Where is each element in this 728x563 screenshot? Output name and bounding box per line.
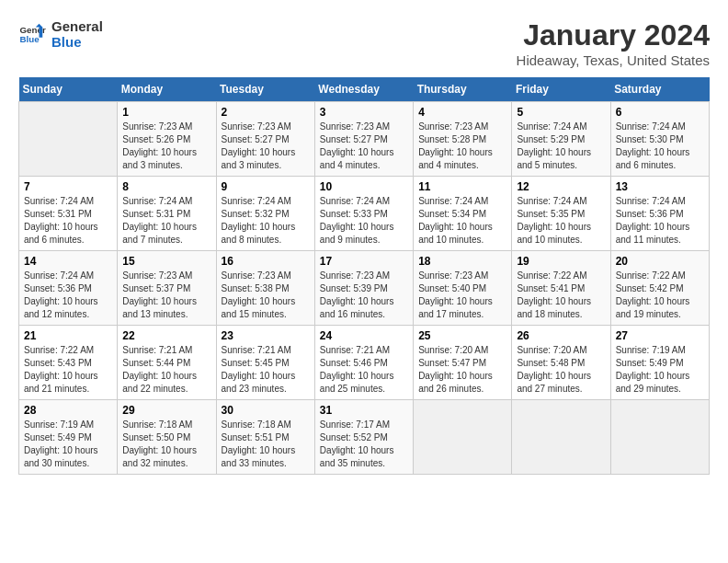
calendar-header-row: SundayMondayTuesdayWednesdayThursdayFrid… [19, 77, 710, 102]
day-number: 17 [320, 255, 408, 268]
day-number: 23 [222, 329, 310, 342]
week-row-2: 7Sunrise: 7:24 AMSunset: 5:31 PMDaylight… [19, 177, 710, 251]
day-info: Sunrise: 7:24 AMSunset: 5:34 PMDaylight:… [418, 195, 506, 247]
day-number: 24 [320, 329, 408, 342]
day-number: 19 [517, 255, 605, 268]
day-info: Sunrise: 7:22 AMSunset: 5:43 PMDaylight:… [24, 344, 112, 396]
day-number: 30 [222, 404, 310, 417]
calendar-cell: 28Sunrise: 7:19 AMSunset: 5:49 PMDayligh… [19, 400, 118, 475]
day-number: 27 [616, 329, 704, 342]
column-header-tuesday: Tuesday [216, 77, 314, 102]
day-info: Sunrise: 7:18 AMSunset: 5:51 PMDaylight:… [222, 419, 310, 470]
day-info: Sunrise: 7:18 AMSunset: 5:50 PMDaylight:… [122, 419, 210, 470]
day-number: 11 [418, 180, 506, 193]
day-info: Sunrise: 7:17 AMSunset: 5:52 PMDaylight:… [320, 419, 408, 470]
day-info: Sunrise: 7:23 AMSunset: 5:28 PMDaylight:… [418, 121, 506, 172]
day-number: 29 [122, 404, 210, 417]
calendar-cell: 21Sunrise: 7:22 AMSunset: 5:43 PMDayligh… [19, 326, 118, 400]
day-info: Sunrise: 7:24 AMSunset: 5:32 PMDaylight:… [222, 195, 310, 247]
day-info: Sunrise: 7:24 AMSunset: 5:29 PMDaylight:… [517, 121, 605, 172]
calendar-cell: 15Sunrise: 7:23 AMSunset: 5:37 PMDayligh… [118, 251, 216, 326]
column-header-friday: Friday [512, 77, 610, 102]
page-subtitle: Hideaway, Texas, United States [517, 52, 710, 68]
day-number: 21 [24, 329, 112, 342]
calendar-cell: 9Sunrise: 7:24 AMSunset: 5:32 PMDaylight… [216, 177, 314, 251]
day-info: Sunrise: 7:20 AMSunset: 5:47 PMDaylight:… [418, 344, 506, 396]
calendar-cell: 24Sunrise: 7:21 AMSunset: 5:46 PMDayligh… [314, 326, 413, 400]
calendar-cell [610, 400, 709, 475]
week-row-5: 28Sunrise: 7:19 AMSunset: 5:49 PMDayligh… [19, 400, 710, 475]
column-header-thursday: Thursday [414, 77, 512, 102]
calendar-cell: 16Sunrise: 7:23 AMSunset: 5:38 PMDayligh… [216, 251, 314, 326]
calendar-cell: 12Sunrise: 7:24 AMSunset: 5:35 PMDayligh… [512, 177, 610, 251]
column-header-wednesday: Wednesday [314, 77, 413, 102]
day-info: Sunrise: 7:23 AMSunset: 5:37 PMDaylight:… [122, 270, 210, 321]
day-info: Sunrise: 7:24 AMSunset: 5:31 PMDaylight:… [24, 195, 112, 247]
day-number: 15 [122, 255, 210, 268]
day-number: 1 [122, 106, 210, 119]
calendar-table: SundayMondayTuesdayWednesdayThursdayFrid… [18, 77, 710, 475]
day-number: 12 [517, 180, 605, 193]
calendar-cell: 31Sunrise: 7:17 AMSunset: 5:52 PMDayligh… [314, 400, 413, 475]
day-number: 31 [320, 404, 408, 417]
calendar-cell: 1Sunrise: 7:23 AMSunset: 5:26 PMDaylight… [118, 102, 216, 177]
day-info: Sunrise: 7:19 AMSunset: 5:49 PMDaylight:… [24, 419, 112, 470]
day-info: Sunrise: 7:24 AMSunset: 5:36 PMDaylight:… [616, 195, 704, 247]
column-header-sunday: Sunday [19, 77, 118, 102]
column-header-monday: Monday [118, 77, 216, 102]
calendar-cell: 25Sunrise: 7:20 AMSunset: 5:47 PMDayligh… [414, 326, 512, 400]
calendar-cell: 26Sunrise: 7:20 AMSunset: 5:48 PMDayligh… [512, 326, 610, 400]
calendar-cell: 6Sunrise: 7:24 AMSunset: 5:30 PMDaylight… [610, 102, 709, 177]
day-number: 5 [517, 106, 605, 119]
day-info: Sunrise: 7:23 AMSunset: 5:27 PMDaylight:… [222, 121, 310, 172]
logo-text-blue: Blue [51, 34, 103, 50]
logo-icon: General Blue [18, 20, 46, 48]
calendar-cell [512, 400, 610, 475]
day-number: 10 [320, 180, 408, 193]
day-info: Sunrise: 7:19 AMSunset: 5:49 PMDaylight:… [616, 344, 704, 396]
day-info: Sunrise: 7:23 AMSunset: 5:38 PMDaylight:… [222, 270, 310, 321]
day-info: Sunrise: 7:24 AMSunset: 5:31 PMDaylight:… [122, 195, 210, 247]
day-info: Sunrise: 7:23 AMSunset: 5:39 PMDaylight:… [320, 270, 408, 321]
day-info: Sunrise: 7:22 AMSunset: 5:42 PMDaylight:… [616, 270, 704, 321]
day-number: 9 [222, 180, 310, 193]
calendar-cell: 29Sunrise: 7:18 AMSunset: 5:50 PMDayligh… [118, 400, 216, 475]
day-number: 16 [222, 255, 310, 268]
calendar-cell: 22Sunrise: 7:21 AMSunset: 5:44 PMDayligh… [118, 326, 216, 400]
calendar-cell: 27Sunrise: 7:19 AMSunset: 5:49 PMDayligh… [610, 326, 709, 400]
week-row-4: 21Sunrise: 7:22 AMSunset: 5:43 PMDayligh… [19, 326, 710, 400]
page-title: January 2024 [517, 18, 710, 52]
calendar-cell: 10Sunrise: 7:24 AMSunset: 5:33 PMDayligh… [314, 177, 413, 251]
day-number: 26 [517, 329, 605, 342]
calendar-cell: 30Sunrise: 7:18 AMSunset: 5:51 PMDayligh… [216, 400, 314, 475]
calendar-cell: 18Sunrise: 7:23 AMSunset: 5:40 PMDayligh… [414, 251, 512, 326]
calendar-cell: 20Sunrise: 7:22 AMSunset: 5:42 PMDayligh… [610, 251, 709, 326]
day-number: 13 [616, 180, 704, 193]
day-info: Sunrise: 7:23 AMSunset: 5:26 PMDaylight:… [122, 121, 210, 172]
day-info: Sunrise: 7:23 AMSunset: 5:27 PMDaylight:… [320, 121, 408, 172]
calendar-cell: 3Sunrise: 7:23 AMSunset: 5:27 PMDaylight… [314, 102, 413, 177]
calendar-cell: 23Sunrise: 7:21 AMSunset: 5:45 PMDayligh… [216, 326, 314, 400]
calendar-cell: 17Sunrise: 7:23 AMSunset: 5:39 PMDayligh… [314, 251, 413, 326]
day-info: Sunrise: 7:21 AMSunset: 5:46 PMDaylight:… [320, 344, 408, 396]
day-info: Sunrise: 7:24 AMSunset: 5:30 PMDaylight:… [616, 121, 704, 172]
day-number: 18 [418, 255, 506, 268]
day-info: Sunrise: 7:22 AMSunset: 5:41 PMDaylight:… [517, 270, 605, 321]
calendar-cell: 11Sunrise: 7:24 AMSunset: 5:34 PMDayligh… [414, 177, 512, 251]
calendar-cell: 8Sunrise: 7:24 AMSunset: 5:31 PMDaylight… [118, 177, 216, 251]
logo: General Blue General Blue [18, 18, 103, 50]
logo-text-general: General [51, 18, 103, 34]
day-info: Sunrise: 7:24 AMSunset: 5:35 PMDaylight:… [517, 195, 605, 247]
calendar-cell [19, 102, 118, 177]
calendar-cell: 5Sunrise: 7:24 AMSunset: 5:29 PMDaylight… [512, 102, 610, 177]
day-info: Sunrise: 7:21 AMSunset: 5:45 PMDaylight:… [222, 344, 310, 396]
day-number: 7 [24, 180, 112, 193]
day-number: 22 [122, 329, 210, 342]
page-header: General Blue General Blue January 2024 H… [18, 18, 710, 68]
calendar-body: 1Sunrise: 7:23 AMSunset: 5:26 PMDaylight… [19, 102, 710, 475]
day-number: 14 [24, 255, 112, 268]
calendar-cell [414, 400, 512, 475]
week-row-3: 14Sunrise: 7:24 AMSunset: 5:36 PMDayligh… [19, 251, 710, 326]
calendar-cell: 13Sunrise: 7:24 AMSunset: 5:36 PMDayligh… [610, 177, 709, 251]
week-row-1: 1Sunrise: 7:23 AMSunset: 5:26 PMDaylight… [19, 102, 710, 177]
